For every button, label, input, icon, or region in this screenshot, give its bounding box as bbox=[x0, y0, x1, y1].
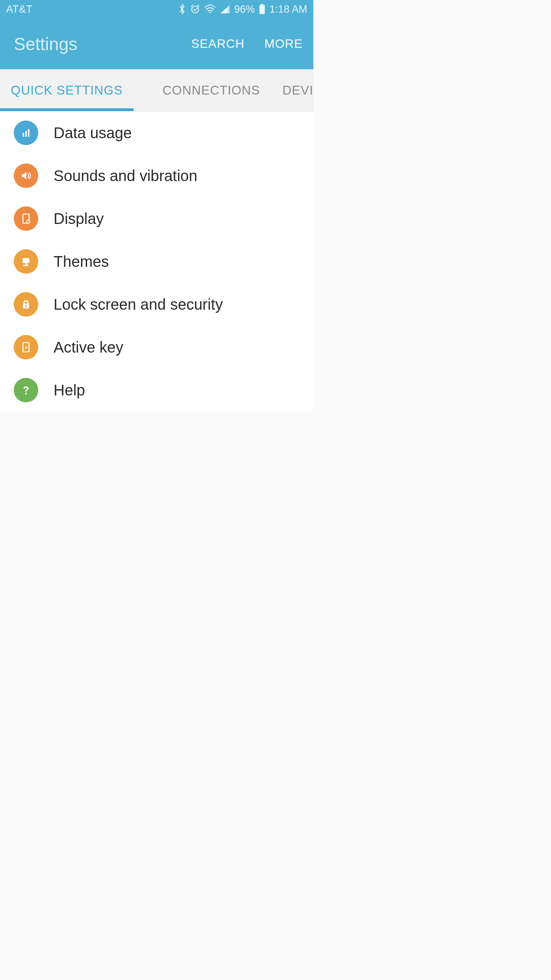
themes-icon bbox=[14, 249, 38, 274]
tab-bar: QUICK SETTINGS CONNECTIONS DEVI bbox=[0, 69, 313, 111]
settings-list: Data usage Sounds and vibration Display … bbox=[0, 111, 313, 412]
list-item-display[interactable]: Display bbox=[0, 197, 313, 240]
list-item-label: Sounds and vibration bbox=[54, 167, 197, 185]
list-item-sounds-vibration[interactable]: Sounds and vibration bbox=[0, 154, 313, 197]
list-item-active-key[interactable]: Active key bbox=[0, 326, 313, 369]
tab-quick-settings[interactable]: QUICK SETTINGS bbox=[0, 69, 134, 111]
svg-point-16 bbox=[25, 393, 27, 394]
svg-rect-2 bbox=[259, 5, 265, 14]
signal-icon bbox=[220, 4, 230, 14]
wifi-icon bbox=[204, 4, 216, 14]
svg-rect-9 bbox=[23, 258, 29, 263]
svg-rect-14 bbox=[26, 306, 26, 307]
list-item-label: Data usage bbox=[54, 124, 132, 142]
battery-icon bbox=[259, 4, 266, 15]
page-title: Settings bbox=[14, 34, 77, 54]
display-icon bbox=[14, 206, 38, 231]
more-button[interactable]: MORE bbox=[264, 37, 303, 51]
svg-rect-3 bbox=[261, 4, 263, 5]
data-usage-icon bbox=[14, 121, 38, 145]
app-bar: Settings SEARCH MORE bbox=[0, 18, 313, 69]
svg-point-0 bbox=[192, 6, 199, 13]
list-item-label: Themes bbox=[54, 253, 109, 270]
list-item-lock-screen-security[interactable]: Lock screen and security bbox=[0, 283, 313, 326]
svg-rect-5 bbox=[25, 131, 27, 137]
clock-label: 1:18 AM bbox=[269, 3, 307, 15]
tab-connections[interactable]: CONNECTIONS bbox=[152, 69, 271, 111]
list-item-label: Help bbox=[54, 382, 85, 399]
list-item-themes[interactable]: Themes bbox=[0, 240, 313, 283]
search-button[interactable]: SEARCH bbox=[191, 37, 245, 51]
carrier-label: AT&T bbox=[6, 3, 33, 15]
speaker-icon bbox=[14, 163, 38, 188]
active-key-icon bbox=[14, 335, 38, 359]
svg-rect-4 bbox=[23, 133, 24, 137]
help-icon bbox=[14, 378, 38, 402]
svg-rect-11 bbox=[23, 265, 29, 266]
lock-icon bbox=[14, 292, 38, 317]
list-item-label: Display bbox=[54, 210, 104, 227]
bluetooth-icon bbox=[178, 3, 186, 15]
list-item-label: Active key bbox=[54, 339, 123, 356]
svg-rect-6 bbox=[28, 129, 29, 137]
app-bar-actions: SEARCH MORE bbox=[191, 37, 303, 51]
battery-percent-label: 96% bbox=[234, 3, 255, 15]
list-item-label: Lock screen and security bbox=[54, 296, 223, 313]
tab-device[interactable]: DEVI bbox=[272, 69, 313, 111]
status-bar: AT&T 96% 1:18 AM bbox=[0, 0, 313, 18]
status-icons: 96% 1:18 AM bbox=[178, 3, 307, 15]
alarm-icon bbox=[190, 4, 201, 15]
list-item-help[interactable]: Help bbox=[0, 369, 313, 412]
svg-point-1 bbox=[209, 12, 211, 13]
list-item-data-usage[interactable]: Data usage bbox=[0, 111, 313, 154]
